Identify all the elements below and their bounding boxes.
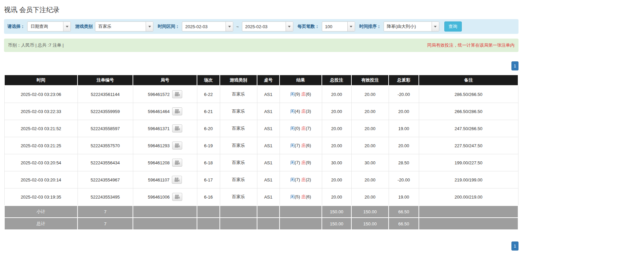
cell-payout: 28.50 [389, 154, 419, 171]
table-row: 2025-02-03 03:21:25 522243557570 5964612… [4, 137, 518, 154]
result-player-score: (5) [295, 194, 300, 199]
subtotal-empty [220, 206, 257, 218]
cell-payout: -20.00 [389, 171, 419, 188]
cell-time: 2025-02-03 03:21:25 [4, 137, 78, 154]
cell-bet-id: 522243559959 [78, 103, 133, 120]
cell-valid-bet: 20.00 [351, 137, 389, 154]
page-size-select[interactable]: 100 [322, 21, 355, 32]
result-player-label: 闲 [290, 194, 295, 199]
cell-result: 闲(0)庄(7) [280, 120, 322, 137]
cell-bet-id: 522243554967 [78, 171, 133, 188]
subtotal-valid-bet: 150.00 [351, 206, 389, 218]
round-id-text: 596461464 [148, 109, 169, 114]
cell-round-id: 596461107 [133, 171, 197, 188]
cell-game-type: 百家乐 [220, 154, 257, 171]
cell-result: 闲(7)庄(9) [280, 154, 322, 171]
sort-order-caret-button[interactable] [432, 22, 439, 31]
col-session: 场次 [197, 75, 220, 86]
video-camera-icon [175, 126, 180, 131]
col-total-bet: 总投注 [322, 75, 351, 86]
game-type-caret-button[interactable] [146, 22, 153, 31]
result-banker-score: (2) [306, 177, 311, 182]
result-banker-score: (3) [306, 109, 311, 114]
cell-table-no: AS1 [257, 171, 280, 188]
result-player-score: (0) [295, 126, 300, 131]
cell-valid-bet: 20.00 [351, 103, 389, 120]
game-type-select[interactable]: 百家乐 [95, 21, 153, 32]
cell-bet-id: 522243557570 [78, 137, 133, 154]
cell-total-bet: 20.00 [322, 120, 351, 137]
cell-game-type: 百家乐 [220, 120, 257, 137]
col-bet-id: 注单编号 [78, 75, 133, 86]
cell-session: 6-17 [197, 171, 220, 188]
pagination-top: 1 [4, 61, 518, 70]
cell-result: 闲(7)庄(6) [280, 137, 322, 154]
date-from-caret-button[interactable] [226, 22, 233, 31]
cell-game-type: 百家乐 [220, 137, 257, 154]
cell-remark: 199.00/227.50 [419, 154, 518, 171]
page-size-caret-button[interactable] [347, 22, 355, 31]
video-replay-button[interactable] [172, 159, 182, 167]
sort-order-select[interactable]: 降幂(由大到小) [384, 21, 439, 32]
video-camera-icon [175, 109, 180, 114]
cell-round-id: 596461464 [133, 103, 197, 120]
video-replay-button[interactable] [172, 176, 182, 184]
cell-time: 2025-02-03 03:19:35 [4, 188, 78, 206]
subtotal-remark [419, 206, 518, 218]
video-replay-button[interactable] [172, 142, 182, 150]
round-id-text: 596461107 [148, 177, 169, 182]
cell-game-type: 百家乐 [220, 86, 257, 103]
table-row: 2025-02-03 03:20:54 522243556434 5964612… [4, 154, 518, 171]
cell-remark: 266.50/286.50 [419, 103, 518, 120]
video-replay-button[interactable] [172, 107, 182, 115]
subtotal-empty [197, 206, 220, 218]
page-1-button[interactable]: 1 [511, 61, 518, 70]
col-game-type: 游戏类别 [220, 75, 257, 86]
video-replay-button[interactable] [172, 124, 182, 132]
date-to-input[interactable]: 2025-02-03 [242, 21, 293, 32]
cell-result: 闲(5)庄(6) [280, 188, 322, 206]
round-id-text: 596461293 [148, 143, 169, 148]
table-row: 2025-02-03 03:22:33 522243559959 5964614… [4, 103, 518, 120]
total-valid-bet: 150.00 [351, 218, 389, 230]
total-empty [257, 218, 280, 230]
result-player-score: (7) [295, 143, 300, 148]
cell-bet-id: 522243561144 [78, 86, 133, 103]
search-button[interactable]: 查询 [444, 21, 462, 32]
result-banker-score: (9) [306, 160, 311, 165]
total-empty [220, 218, 257, 230]
total-remark [419, 218, 518, 230]
cell-bet-id: 522243558597 [78, 120, 133, 137]
date-to-caret-button[interactable] [286, 22, 293, 31]
cell-session: 6-16 [197, 188, 220, 206]
round-id-text: 596461371 [148, 126, 169, 131]
date-from-input[interactable]: 2025-02-03 [182, 21, 233, 32]
total-empty [280, 218, 322, 230]
cell-bet-id: 522243553495 [78, 188, 133, 206]
query-type-caret-button[interactable] [63, 22, 70, 31]
cell-result: 闲(7)庄(2) [280, 171, 322, 188]
page-size-value: 100 [322, 22, 347, 31]
cell-table-no: AS1 [257, 188, 280, 206]
cell-remark: 227.50/247.50 [419, 137, 518, 154]
video-camera-icon [175, 195, 180, 199]
cell-time: 2025-02-03 03:20:14 [4, 171, 78, 188]
total-total-bet: 150.00 [322, 218, 351, 230]
query-type-select[interactable]: 日期查询 [27, 21, 71, 32]
cell-game-type: 百家乐 [220, 171, 257, 188]
cell-result: 闲(4)庄(3) [280, 103, 322, 120]
page-1-button[interactable]: 1 [511, 241, 518, 251]
cell-payout: 20.00 [389, 103, 419, 120]
total-count: 7 [78, 218, 133, 230]
currency-total-text: 币别：人民币 | 总共 :7 注单 | [8, 42, 64, 48]
cell-game-type: 百家乐 [220, 188, 257, 206]
chevron-down-icon [350, 26, 352, 28]
cell-remark: 200.00/219.00 [419, 188, 518, 206]
pagination-bottom: 1 [4, 241, 518, 264]
video-replay-button[interactable] [172, 90, 182, 98]
subtotal-row: 小计 7 150.00 150.00 66.50 [4, 206, 518, 218]
result-player-score: (7) [295, 177, 300, 182]
video-replay-button[interactable] [172, 193, 182, 201]
cell-round-id: 596461293 [133, 137, 197, 154]
subtotal-count: 7 [78, 206, 133, 218]
